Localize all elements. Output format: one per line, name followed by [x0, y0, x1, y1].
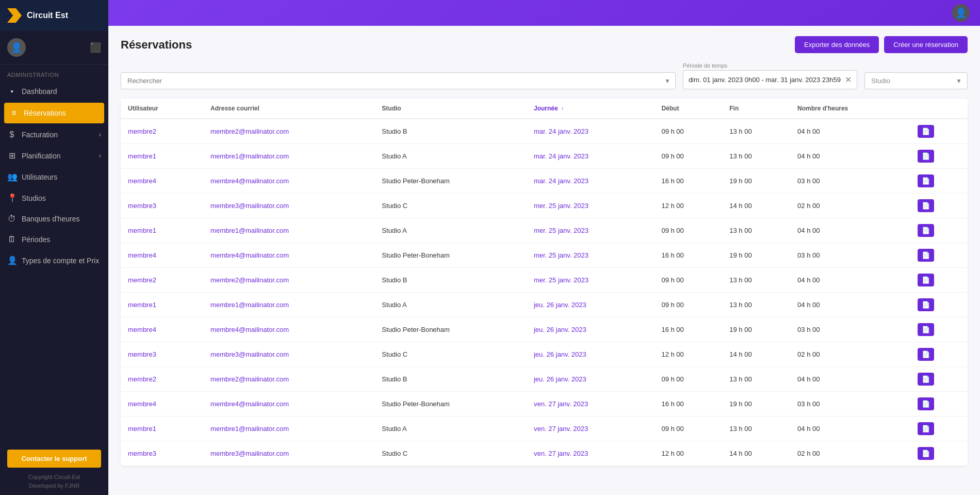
- row-action-button[interactable]: 📄: [918, 298, 934, 311]
- cell-email: membre4@mailinator.com: [203, 317, 374, 342]
- sidebar-item-label: Types de compte et Prix: [22, 257, 99, 265]
- export-button[interactable]: Exporter des données: [795, 36, 879, 53]
- cell-email: membre3@mailinator.com: [203, 441, 374, 466]
- cell-day: jeu. 26 janv. 2023: [527, 317, 654, 342]
- sidebar-item-reservations[interactable]: ≡ Réservations: [4, 103, 104, 123]
- row-action-button[interactable]: 📄: [918, 150, 934, 163]
- sidebar-item-periodes[interactable]: 🗓 Périodes: [0, 229, 108, 250]
- row-action-button[interactable]: 📄: [918, 249, 934, 262]
- app-logo-icon: [7, 8, 22, 23]
- row-action-button[interactable]: 📄: [918, 174, 934, 187]
- cell-end: 13 h 00: [722, 119, 790, 144]
- cell-user: membre2: [121, 119, 203, 144]
- cell-start: 12 h 00: [654, 441, 722, 466]
- time-period-clear-icon[interactable]: ✕: [845, 75, 852, 85]
- cell-day: mar. 24 janv. 2023: [527, 169, 654, 194]
- cell-email: membre3@mailinator.com: [203, 194, 374, 218]
- cell-action: 📄: [910, 417, 968, 441]
- col-user[interactable]: Utilisateur: [121, 99, 203, 119]
- col-email[interactable]: Adresse courriel: [203, 99, 374, 119]
- cell-end: 14 h 00: [722, 342, 790, 367]
- cell-email: membre4@mailinator.com: [203, 169, 374, 194]
- row-action-button[interactable]: 📄: [918, 447, 934, 460]
- cell-action: 📄: [910, 218, 968, 243]
- cell-action: 📄: [910, 392, 968, 417]
- row-action-button[interactable]: 📄: [918, 125, 934, 138]
- cell-user: membre1: [121, 144, 203, 169]
- cell-day: mer. 25 janv. 2023: [527, 243, 654, 268]
- planification-arrow-icon: ›: [99, 152, 101, 159]
- admin-section-label: Administration: [0, 65, 108, 81]
- col-start[interactable]: Début: [654, 99, 722, 119]
- cell-start: 16 h 00: [654, 392, 722, 417]
- cell-start: 16 h 00: [654, 317, 722, 342]
- contact-support-button[interactable]: Contacter le support: [7, 450, 101, 468]
- sidebar-item-dashboard[interactable]: ▪ Dashboard: [0, 81, 108, 102]
- cell-end: 14 h 00: [722, 194, 790, 218]
- cell-action: 📄: [910, 317, 968, 342]
- cell-hours: 04 h 00: [790, 218, 910, 243]
- cell-day: mar. 24 janv. 2023: [527, 119, 654, 144]
- cell-end: 19 h 00: [722, 169, 790, 194]
- cell-start: 09 h 00: [654, 293, 722, 317]
- cell-day: mer. 25 janv. 2023: [527, 194, 654, 218]
- cell-studio: Studio C: [374, 342, 527, 367]
- cell-studio: Studio A: [374, 218, 527, 243]
- cell-hours: 04 h 00: [790, 144, 910, 169]
- col-day[interactable]: Journée ↑: [527, 99, 654, 119]
- logout-icon[interactable]: ⬛: [90, 42, 101, 53]
- cell-action: 📄: [910, 194, 968, 218]
- col-hours[interactable]: Nombre d'heures: [790, 99, 910, 119]
- facturation-icon: $: [7, 130, 17, 139]
- row-action-button[interactable]: 📄: [918, 373, 934, 386]
- row-action-button[interactable]: 📄: [918, 199, 934, 212]
- cell-start: 09 h 00: [654, 144, 722, 169]
- sidebar-item-label: Réservations: [24, 109, 66, 117]
- planification-icon: ⊞: [7, 151, 17, 161]
- cell-start: 12 h 00: [654, 194, 722, 218]
- col-studio[interactable]: Studio: [374, 99, 527, 119]
- row-action-button[interactable]: 📄: [918, 422, 934, 435]
- col-actions: [910, 99, 968, 119]
- cell-action: 📄: [910, 293, 968, 317]
- dashboard-icon: ▪: [7, 87, 17, 96]
- search-container: ▼: [121, 72, 676, 89]
- col-end[interactable]: Fin: [722, 99, 790, 119]
- header-row: Utilisateur Adresse courriel Studio Jour…: [121, 99, 968, 119]
- cell-action: 📄: [910, 243, 968, 268]
- table-row: membre2 membre2@mailinator.com Studio B …: [121, 119, 968, 144]
- reservations-icon: ≡: [9, 108, 19, 118]
- create-reservation-button[interactable]: Créer une réservation: [884, 36, 968, 53]
- cell-studio: Studio A: [374, 144, 527, 169]
- sidebar-item-studios[interactable]: 📍 Studios: [0, 187, 108, 209]
- row-action-button[interactable]: 📄: [918, 348, 934, 361]
- table-row: membre1 membre1@mailinator.com Studio A …: [121, 144, 968, 169]
- row-action-button[interactable]: 📄: [918, 323, 934, 336]
- cell-action: 📄: [910, 119, 968, 144]
- cell-day: mer. 25 janv. 2023: [527, 218, 654, 243]
- topbar-avatar[interactable]: 👤: [952, 4, 970, 22]
- sidebar-item-types[interactable]: 👤 Types de compte et Prix: [0, 250, 108, 271]
- sidebar-item-planification[interactable]: ⊞ Planification ›: [0, 145, 108, 166]
- utilisateurs-icon: 👥: [7, 172, 17, 182]
- cell-hours: 04 h 00: [790, 367, 910, 392]
- sidebar-item-label: Périodes: [22, 235, 50, 244]
- search-input[interactable]: [121, 72, 676, 89]
- sidebar-item-banques[interactable]: ⏱ Banques d'heures: [0, 209, 108, 229]
- sidebar-item-facturation[interactable]: $ Facturation ›: [0, 124, 108, 145]
- sidebar-item-utilisateurs[interactable]: 👥 Utilisateurs: [0, 166, 108, 187]
- row-action-button[interactable]: 📄: [918, 224, 934, 237]
- cell-user: membre4: [121, 169, 203, 194]
- cell-email: membre2@mailinator.com: [203, 119, 374, 144]
- cell-start: 09 h 00: [654, 119, 722, 144]
- studio-dropdown-icon: ▼: [956, 77, 962, 85]
- cell-studio: Studio Peter-Boneham: [374, 243, 527, 268]
- row-action-button[interactable]: 📄: [918, 397, 934, 410]
- time-period-filter[interactable]: dim. 01 janv. 2023 0h00 - mar. 31 janv. …: [683, 70, 857, 89]
- cell-start: 09 h 00: [654, 367, 722, 392]
- row-action-button[interactable]: 📄: [918, 274, 934, 286]
- types-icon: 👤: [7, 256, 17, 265]
- filters-row: ▼ Période de temps dim. 01 janv. 2023 0h…: [121, 62, 968, 89]
- cell-day: mar. 24 janv. 2023: [527, 144, 654, 169]
- studio-filter[interactable]: Studio ▼: [864, 72, 968, 89]
